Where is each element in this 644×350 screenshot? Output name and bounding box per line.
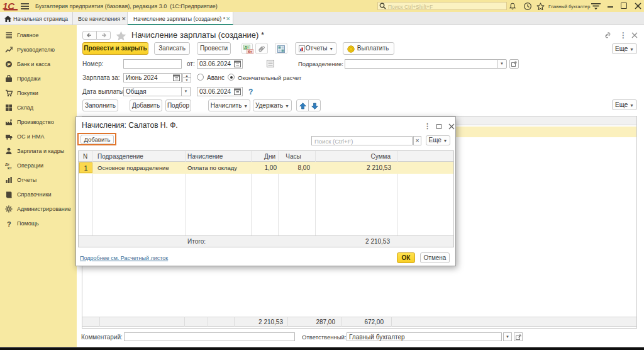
svg-text:Кт: Кт (8, 166, 12, 170)
svg-text:P: P (7, 62, 11, 67)
svg-text:?: ? (7, 220, 11, 228)
